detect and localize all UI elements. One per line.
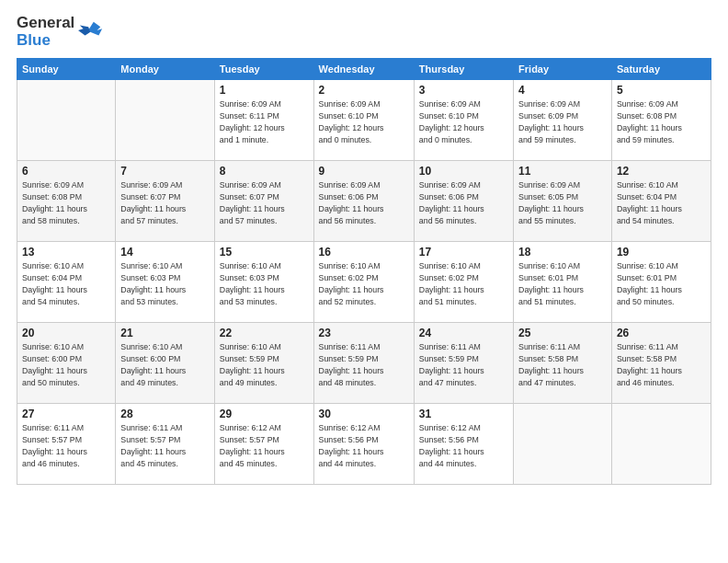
day-info: Sunrise: 6:10 AMSunset: 5:59 PMDaylight:… xyxy=(220,341,309,388)
calendar-cell: 11Sunrise: 6:09 AMSunset: 6:05 PMDayligh… xyxy=(514,161,612,242)
calendar-cell: 1Sunrise: 6:09 AMSunset: 6:11 PMDaylight… xyxy=(214,80,313,161)
day-info: Sunrise: 6:09 AMSunset: 6:08 PMDaylight:… xyxy=(22,179,110,226)
day-info: Sunrise: 6:10 AMSunset: 6:02 PMDaylight:… xyxy=(319,260,409,307)
calendar-cell: 22Sunrise: 6:10 AMSunset: 5:59 PMDayligh… xyxy=(214,323,313,404)
day-number: 30 xyxy=(319,408,409,420)
week-row-4: 20Sunrise: 6:10 AMSunset: 6:00 PMDayligh… xyxy=(17,323,711,404)
day-info: Sunrise: 6:12 AMSunset: 5:56 PMDaylight:… xyxy=(319,422,409,469)
day-info: Sunrise: 6:10 AMSunset: 6:01 PMDaylight:… xyxy=(617,260,706,307)
header: General Blue xyxy=(17,15,711,49)
day-info: Sunrise: 6:10 AMSunset: 6:04 PMDaylight:… xyxy=(22,260,110,307)
calendar-cell: 10Sunrise: 6:09 AMSunset: 6:06 PMDayligh… xyxy=(414,161,513,242)
day-number: 14 xyxy=(120,246,210,259)
day-info: Sunrise: 6:09 AMSunset: 6:11 PMDaylight:… xyxy=(220,98,309,145)
calendar-cell: 26Sunrise: 6:11 AMSunset: 5:58 PMDayligh… xyxy=(611,323,711,404)
day-number: 5 xyxy=(617,84,706,97)
day-info: Sunrise: 6:09 AMSunset: 6:06 PMDaylight:… xyxy=(419,179,508,226)
day-info: Sunrise: 6:10 AMSunset: 6:04 PMDaylight:… xyxy=(617,179,706,226)
calendar-cell: 18Sunrise: 6:10 AMSunset: 6:01 PMDayligh… xyxy=(514,242,612,323)
day-number: 3 xyxy=(419,84,508,97)
day-number: 18 xyxy=(518,246,607,259)
day-number: 20 xyxy=(22,327,110,339)
day-number: 27 xyxy=(22,408,110,420)
calendar-cell: 30Sunrise: 6:12 AMSunset: 5:56 PMDayligh… xyxy=(313,404,414,485)
calendar-cell xyxy=(17,80,116,161)
day-info: Sunrise: 6:10 AMSunset: 6:00 PMDaylight:… xyxy=(22,341,110,388)
day-info: Sunrise: 6:09 AMSunset: 6:05 PMDaylight:… xyxy=(518,179,607,226)
day-number: 13 xyxy=(22,246,110,259)
calendar-cell: 29Sunrise: 6:12 AMSunset: 5:57 PMDayligh… xyxy=(214,404,313,485)
weekday-header-monday: Monday xyxy=(116,59,215,80)
day-info: Sunrise: 6:12 AMSunset: 5:57 PMDaylight:… xyxy=(220,422,309,469)
day-info: Sunrise: 6:10 AMSunset: 6:03 PMDaylight:… xyxy=(220,260,309,307)
weekday-header-row: SundayMondayTuesdayWednesdayThursdayFrid… xyxy=(17,59,711,80)
calendar-cell xyxy=(611,404,711,485)
day-number: 11 xyxy=(518,165,607,178)
calendar-cell: 9Sunrise: 6:09 AMSunset: 6:06 PMDaylight… xyxy=(313,161,414,242)
day-info: Sunrise: 6:10 AMSunset: 6:01 PMDaylight:… xyxy=(518,260,607,307)
calendar-cell: 23Sunrise: 6:11 AMSunset: 5:59 PMDayligh… xyxy=(313,323,414,404)
week-row-5: 27Sunrise: 6:11 AMSunset: 5:57 PMDayligh… xyxy=(17,404,711,485)
calendar-cell: 27Sunrise: 6:11 AMSunset: 5:57 PMDayligh… xyxy=(17,404,116,485)
day-info: Sunrise: 6:11 AMSunset: 5:57 PMDaylight:… xyxy=(120,422,210,469)
day-number: 1 xyxy=(220,84,309,97)
day-number: 31 xyxy=(419,408,508,420)
day-info: Sunrise: 6:11 AMSunset: 5:57 PMDaylight:… xyxy=(22,422,110,469)
weekday-header-wednesday: Wednesday xyxy=(313,59,414,80)
day-number: 4 xyxy=(518,84,607,97)
page: General Blue SundayMondayTuesdayWednesda… xyxy=(0,0,728,563)
day-info: Sunrise: 6:09 AMSunset: 6:07 PMDaylight:… xyxy=(120,179,210,226)
calendar-cell: 20Sunrise: 6:10 AMSunset: 6:00 PMDayligh… xyxy=(17,323,116,404)
day-info: Sunrise: 6:11 AMSunset: 5:58 PMDaylight:… xyxy=(518,341,607,388)
calendar-cell: 24Sunrise: 6:11 AMSunset: 5:59 PMDayligh… xyxy=(414,323,513,404)
day-info: Sunrise: 6:09 AMSunset: 6:07 PMDaylight:… xyxy=(220,179,309,226)
day-info: Sunrise: 6:09 AMSunset: 6:10 PMDaylight:… xyxy=(419,98,508,145)
calendar-cell xyxy=(116,80,215,161)
day-info: Sunrise: 6:11 AMSunset: 5:58 PMDaylight:… xyxy=(617,341,706,388)
calendar-cell: 2Sunrise: 6:09 AMSunset: 6:10 PMDaylight… xyxy=(313,80,414,161)
calendar-cell: 12Sunrise: 6:10 AMSunset: 6:04 PMDayligh… xyxy=(611,161,711,242)
day-number: 10 xyxy=(419,165,508,178)
day-info: Sunrise: 6:09 AMSunset: 6:08 PMDaylight:… xyxy=(617,98,706,145)
calendar-cell: 31Sunrise: 6:12 AMSunset: 5:56 PMDayligh… xyxy=(414,404,513,485)
day-info: Sunrise: 6:11 AMSunset: 5:59 PMDaylight:… xyxy=(319,341,409,388)
calendar-cell: 14Sunrise: 6:10 AMSunset: 6:03 PMDayligh… xyxy=(116,242,215,323)
calendar-cell: 13Sunrise: 6:10 AMSunset: 6:04 PMDayligh… xyxy=(17,242,116,323)
day-info: Sunrise: 6:09 AMSunset: 6:06 PMDaylight:… xyxy=(319,179,409,226)
svg-marker-1 xyxy=(78,25,90,35)
day-info: Sunrise: 6:10 AMSunset: 6:02 PMDaylight:… xyxy=(419,260,508,307)
day-number: 7 xyxy=(120,165,210,178)
weekday-header-tuesday: Tuesday xyxy=(214,59,313,80)
calendar-cell: 6Sunrise: 6:09 AMSunset: 6:08 PMDaylight… xyxy=(17,161,116,242)
day-number: 17 xyxy=(419,246,508,259)
day-number: 29 xyxy=(220,408,309,420)
day-number: 22 xyxy=(220,327,309,339)
day-info: Sunrise: 6:09 AMSunset: 6:10 PMDaylight:… xyxy=(319,98,409,145)
calendar-cell: 5Sunrise: 6:09 AMSunset: 6:08 PMDaylight… xyxy=(611,80,711,161)
logo: General Blue xyxy=(17,15,104,49)
calendar-cell: 7Sunrise: 6:09 AMSunset: 6:07 PMDaylight… xyxy=(116,161,215,242)
logo-bird-icon xyxy=(78,17,104,43)
day-number: 9 xyxy=(319,165,409,178)
day-number: 25 xyxy=(518,327,607,339)
week-row-3: 13Sunrise: 6:10 AMSunset: 6:04 PMDayligh… xyxy=(17,242,711,323)
day-number: 23 xyxy=(319,327,409,339)
day-number: 19 xyxy=(617,246,706,259)
calendar-cell: 28Sunrise: 6:11 AMSunset: 5:57 PMDayligh… xyxy=(116,404,215,485)
logo-text-general: General xyxy=(17,14,74,31)
day-info: Sunrise: 6:10 AMSunset: 6:03 PMDaylight:… xyxy=(120,260,210,307)
day-number: 24 xyxy=(419,327,508,339)
day-number: 21 xyxy=(120,327,210,339)
day-number: 15 xyxy=(220,246,309,259)
logo-text-blue: Blue xyxy=(17,31,51,49)
calendar-cell: 15Sunrise: 6:10 AMSunset: 6:03 PMDayligh… xyxy=(214,242,313,323)
week-row-1: 1Sunrise: 6:09 AMSunset: 6:11 PMDaylight… xyxy=(17,80,711,161)
day-info: Sunrise: 6:09 AMSunset: 6:09 PMDaylight:… xyxy=(518,98,607,145)
calendar-cell: 16Sunrise: 6:10 AMSunset: 6:02 PMDayligh… xyxy=(313,242,414,323)
calendar-cell: 4Sunrise: 6:09 AMSunset: 6:09 PMDaylight… xyxy=(514,80,612,161)
weekday-header-friday: Friday xyxy=(514,59,612,80)
calendar-cell: 3Sunrise: 6:09 AMSunset: 6:10 PMDaylight… xyxy=(414,80,513,161)
day-number: 2 xyxy=(319,84,409,97)
weekday-header-sunday: Sunday xyxy=(17,59,116,80)
week-row-2: 6Sunrise: 6:09 AMSunset: 6:08 PMDaylight… xyxy=(17,161,711,242)
